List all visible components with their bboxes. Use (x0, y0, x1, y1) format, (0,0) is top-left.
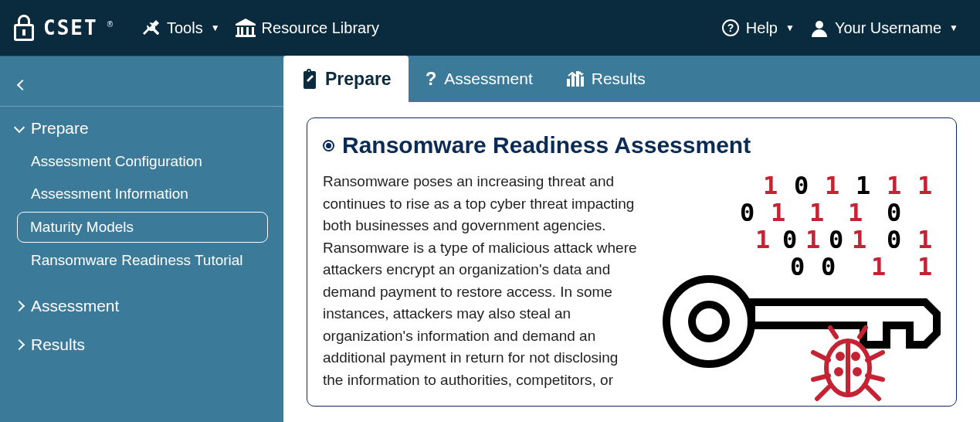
sidebar-group-assessment[interactable]: Assessment (0, 289, 283, 323)
panel-title: Ransomware Readiness Assessment (342, 132, 751, 158)
sidebar-item-label: Assessment Configuration (31, 153, 202, 169)
svg-text:0: 0 (790, 252, 805, 281)
sidebar-group-prepare[interactable]: Prepare (0, 111, 283, 145)
svg-text:0: 0 (782, 225, 797, 254)
svg-text:0: 0 (821, 252, 836, 281)
brand-logo[interactable]: CSET ® (14, 15, 113, 41)
question-icon: ? (426, 68, 437, 90)
sidebar: Prepare Assessment Configuration Assessm… (0, 56, 283, 422)
sidebar-item-label: Maturity Models (30, 219, 134, 235)
sidebar-item-maturity-models[interactable]: Maturity Models (17, 212, 268, 243)
svg-text:0: 0 (829, 225, 843, 254)
sidebar-group-label: Prepare (31, 119, 89, 138)
caret-down-icon: ▼ (211, 22, 220, 33)
svg-text:0: 0 (794, 171, 809, 200)
sidebar-item-label: Assessment Information (31, 185, 188, 202)
top-navbar: CSET ® Tools ▼ Resource Library ? Help ▼… (0, 0, 980, 56)
svg-text:1: 1 (755, 225, 770, 254)
help-icon: ? (721, 19, 740, 37)
caret-down-icon: ▼ (785, 22, 795, 33)
chart-icon (567, 71, 584, 87)
radio-selected-icon[interactable] (323, 140, 334, 151)
ransomware-illustration: 101111 01110 1010101 0011 (655, 171, 941, 403)
library-icon (236, 19, 256, 37)
sidebar-item-label: Ransomware Readiness Tutorial (31, 252, 243, 268)
svg-text:1: 1 (771, 198, 785, 227)
chevron-down-icon (14, 121, 25, 132)
lock-icon (14, 15, 34, 41)
svg-point-32 (855, 369, 860, 374)
user-menu[interactable]: Your Username ▼ (802, 14, 966, 42)
svg-text:1: 1 (917, 171, 932, 200)
tools-label: Tools (167, 19, 203, 37)
brand-text: CSET (43, 16, 98, 39)
svg-point-26 (692, 305, 726, 339)
sidebar-group-results[interactable]: Results (0, 328, 283, 362)
svg-text:1: 1 (852, 225, 866, 254)
panel-description: Ransomware poses an increasing threat an… (323, 171, 639, 403)
chevron-right-icon (14, 339, 25, 350)
sidebar-item-assessment-information[interactable]: Assessment Information (0, 178, 283, 210)
tools-menu[interactable]: Tools ▼ (134, 14, 228, 42)
svg-point-31 (836, 369, 841, 374)
svg-point-29 (838, 354, 843, 359)
sidebar-group-label: Results (31, 335, 85, 354)
svg-text:1: 1 (809, 198, 824, 227)
chevron-right-icon (14, 301, 25, 311)
tools-icon (142, 19, 161, 37)
resource-library-link[interactable]: Resource Library (228, 14, 387, 42)
tab-label: Results (592, 70, 646, 88)
tab-label: Prepare (325, 69, 392, 90)
tab-results[interactable]: Results (550, 56, 663, 102)
content-area: Ransomware Readiness Assessment Ransomwa… (283, 102, 980, 422)
chevron-left-icon (17, 80, 28, 90)
svg-text:1: 1 (763, 171, 778, 200)
svg-text:1: 1 (825, 171, 839, 200)
back-button[interactable] (0, 64, 283, 101)
svg-text:1: 1 (917, 252, 932, 281)
svg-text:0: 0 (740, 198, 754, 227)
svg-text:1: 1 (871, 252, 886, 281)
assessment-panel: Ransomware Readiness Assessment Ransomwa… (307, 117, 957, 407)
sidebar-item-ransomware-tutorial[interactable]: Ransomware Readiness Tutorial (0, 244, 283, 277)
tab-bar: Prepare ? Assessment Results (283, 56, 980, 102)
svg-text:1: 1 (848, 198, 863, 227)
svg-text:0: 0 (887, 225, 901, 254)
svg-text:0: 0 (887, 198, 901, 227)
svg-point-2 (816, 21, 823, 29)
svg-text:1: 1 (856, 171, 870, 200)
svg-text:1: 1 (887, 171, 901, 200)
svg-point-30 (853, 354, 858, 359)
sidebar-group-label: Assessment (31, 297, 119, 315)
svg-point-25 (666, 279, 751, 364)
divider (0, 106, 283, 107)
svg-text:1: 1 (917, 225, 932, 254)
username-label: Your Username (835, 19, 941, 37)
svg-text:?: ? (727, 22, 734, 34)
tab-prepare[interactable]: Prepare (283, 56, 409, 102)
svg-text:1: 1 (805, 225, 820, 254)
library-label: Resource Library (262, 19, 379, 37)
sidebar-item-assessment-configuration[interactable]: Assessment Configuration (0, 145, 283, 178)
caret-down-icon: ▼ (949, 22, 958, 33)
tab-assessment[interactable]: ? Assessment (409, 56, 550, 102)
clipboard-icon (300, 69, 317, 89)
user-icon (810, 19, 829, 37)
help-menu[interactable]: ? Help ▼ (714, 14, 802, 42)
tab-label: Assessment (444, 70, 532, 88)
help-label: Help (746, 19, 778, 37)
